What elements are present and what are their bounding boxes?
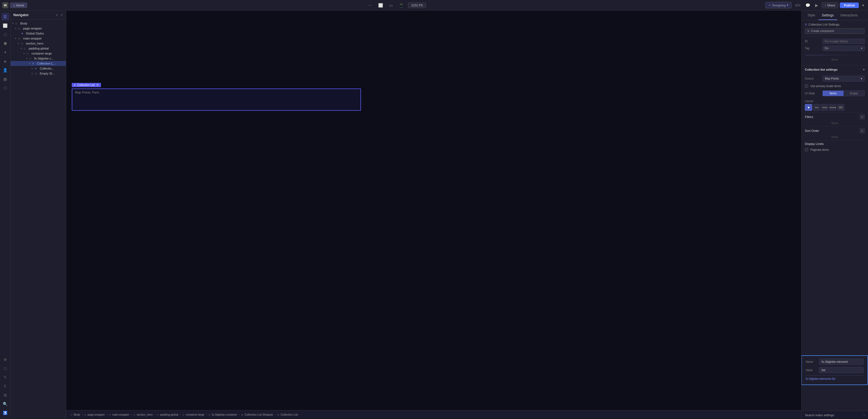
pin-navigator-button[interactable]: ↗ xyxy=(60,13,63,17)
apps-button[interactable]: ⊞ xyxy=(1,391,9,399)
panel-tabs: Style Settings Interactions xyxy=(802,10,868,20)
pages-button[interactable]: ⬜ xyxy=(1,22,9,29)
custom-code-button[interactable]: F xyxy=(1,382,9,390)
search-index-title: Search index settings xyxy=(805,413,834,417)
collection-list-label: Collection List xyxy=(77,84,95,87)
breadcrumb-padding-global[interactable]: □ padding-global xyxy=(155,412,180,417)
settings-button[interactable]: ✎ xyxy=(1,373,9,381)
more-options-button[interactable]: ⋯ xyxy=(367,2,374,9)
nav-item-collection-list[interactable]: ▾ ≡ Collection L... xyxy=(10,61,66,66)
navigator-button[interactable]: ☰ xyxy=(1,13,9,21)
breadcrumb-collection-list[interactable]: ≡ Collection List xyxy=(276,412,300,417)
collection-list-widget[interactable]: ≡ Collection List ⚙ Map Points: Paris xyxy=(72,88,361,111)
preview-button[interactable]: ▶ xyxy=(813,2,820,9)
ui-state-empty-button[interactable]: Empty xyxy=(843,91,864,96)
breadcrumb-label: Collection List xyxy=(281,413,298,416)
collapse-icon[interactable]: ▾ xyxy=(863,68,865,71)
publish-button[interactable]: Publish xyxy=(840,2,859,8)
breadcrumb-bar: □ Body › □ page-wrapper › □ main-wrapper… xyxy=(66,410,801,419)
topbar-center: ⋯ ⬜ ▭ 📱 1231 PX xyxy=(29,2,764,9)
forms-button[interactable]: ▦ xyxy=(1,75,9,83)
id-input[interactable] xyxy=(823,39,865,44)
canvas-area[interactable]: ≡ Collection List ⚙ Map Points: Paris xyxy=(66,10,801,410)
sort-order-none: None xyxy=(802,135,868,140)
breadcrumb-page-wrapper[interactable]: □ page-wrapper xyxy=(83,412,106,417)
nav-item-main-wrapper[interactable]: ▾ □ main-wrapper xyxy=(10,36,66,41)
accessibility-button[interactable]: ♿ xyxy=(1,409,9,417)
code-view-button[interactable]: </> xyxy=(793,2,802,9)
tag-select[interactable]: Div ▾ xyxy=(823,46,865,51)
paginate-items-checkbox[interactable] xyxy=(805,148,808,151)
tablet-view-button[interactable]: ▭ xyxy=(388,2,394,9)
breadcrumb-section-hero[interactable]: □ section_hero xyxy=(132,412,154,417)
breadcrumb-body[interactable]: □ Body xyxy=(69,412,82,417)
nav-item-container-large[interactable]: ▾ □ container-large xyxy=(10,51,66,56)
nav-item-padding-global[interactable]: ▾ □ padding-global xyxy=(10,46,66,51)
breadcrumb-label: main-wrapper xyxy=(112,413,129,416)
designing-mode-button[interactable]: ✓ Designing ▾ xyxy=(765,2,792,8)
use-primary-locale-label: Use primary locale items xyxy=(810,85,841,88)
create-component-label: Create component xyxy=(811,29,834,33)
check-icon: ✓ xyxy=(769,3,771,7)
ecommerce-button[interactable]: ◈ xyxy=(1,57,9,65)
cms-button[interactable]: ⬡ xyxy=(1,31,9,38)
publish-dropdown-button[interactable]: ▾ xyxy=(861,2,866,9)
nav-label: Body xyxy=(20,22,27,25)
desktop-view-button[interactable]: ⬜ xyxy=(377,2,384,9)
users-button[interactable]: 👤 xyxy=(1,66,9,74)
source-select[interactable]: Map Points ▾ xyxy=(823,76,865,82)
search-button[interactable]: 🔍 xyxy=(1,400,9,408)
collection-settings-gear-icon[interactable]: ⚙ xyxy=(96,84,99,87)
nav-label: padding-global xyxy=(29,47,49,50)
custom-attr-name-value[interactable]: fs-3dglobe-element xyxy=(819,359,864,365)
nav-item-page-wrapper[interactable]: ▾ □ page-wrapper xyxy=(10,26,66,31)
add-sort-button[interactable]: + xyxy=(860,128,865,133)
home-tab[interactable]: ⌂ Home xyxy=(10,2,27,8)
breadcrumb-fs3dglobe-container[interactable]: □ fs-3dglobe-container xyxy=(207,412,239,417)
mobile-view-button[interactable]: 📱 xyxy=(397,2,405,9)
nav-item-section-hero[interactable]: ▾ □ section_hero xyxy=(10,41,66,46)
nav-item-empty-state[interactable]: ▸ □ Empty St... xyxy=(10,71,66,76)
assets-button[interactable]: ⬢ xyxy=(1,39,9,47)
layout-4col-button[interactable] xyxy=(829,104,836,111)
search-index-bar[interactable]: Search index settings › xyxy=(802,411,868,419)
components-button[interactable]: ✦ xyxy=(1,49,9,56)
create-component-button[interactable]: ↻ Create component xyxy=(805,28,865,34)
collection-list-icon: ≡ xyxy=(74,84,76,87)
add-filter-button[interactable]: + xyxy=(860,114,865,119)
nav-item-fs3dglobe[interactable]: ▾ □ fs-3dglobe-c... xyxy=(10,56,66,61)
layout-1col-button[interactable] xyxy=(805,104,812,111)
custom-attributes-popup: Name fs-3dglobe-element Value list fs-3d… xyxy=(801,355,868,385)
layout-3col-button[interactable] xyxy=(821,104,828,111)
use-primary-locale-checkbox[interactable] xyxy=(805,84,808,88)
integrations-button[interactable]: ⊕ xyxy=(1,356,9,363)
none-text: None xyxy=(805,58,865,63)
tag-label: Tag xyxy=(805,47,820,50)
tab-settings[interactable]: Settings xyxy=(818,10,837,20)
expand-icon: ▾ xyxy=(15,37,18,40)
comment-button[interactable]: 💬 xyxy=(804,2,812,9)
logic-button[interactable]: ⬡ xyxy=(1,84,9,92)
breadcrumb-collection-list-wrapper[interactable]: ≡ Collection List Wrapper xyxy=(240,412,275,417)
breadcrumb-main-wrapper[interactable]: □ main-wrapper xyxy=(107,412,131,417)
layout-list-button[interactable] xyxy=(837,104,844,111)
attr-list-item[interactable]: fs-3dglobe-elements-list xyxy=(806,377,835,380)
close-navigator-button[interactable]: × xyxy=(56,13,58,17)
custom-attr-value-row: Value list xyxy=(806,367,864,373)
breadcrumb-container-large[interactable]: □ container-large xyxy=(181,412,206,417)
paginate-items-row: Paginate items xyxy=(805,147,865,152)
custom-attr-value-value[interactable]: list xyxy=(819,367,864,373)
use-primary-locale-row: Use primary locale items xyxy=(802,83,868,89)
nav-item-global-styles[interactable]: ✦ Global Styles xyxy=(10,31,66,36)
ui-state-items-button[interactable]: Items xyxy=(823,91,843,96)
topbar-right: ✓ Designing ▾ </> 💬 ▶ ↑ Share Publish ▾ xyxy=(765,2,866,9)
help-button[interactable]: ⬡ xyxy=(1,364,9,372)
tab-interactions[interactable]: Interactions xyxy=(837,10,861,20)
nav-item-collectio[interactable]: ▸ ≡ Collectio... xyxy=(10,66,66,71)
nav-label: Global Styles xyxy=(26,32,44,35)
nav-item-body[interactable]: ▾ □ Body xyxy=(10,21,66,26)
filters-label: Filters xyxy=(805,115,858,119)
tab-style[interactable]: Style xyxy=(804,10,818,20)
share-button[interactable]: ↑ Share xyxy=(822,2,838,8)
layout-2col-button[interactable] xyxy=(813,104,820,111)
